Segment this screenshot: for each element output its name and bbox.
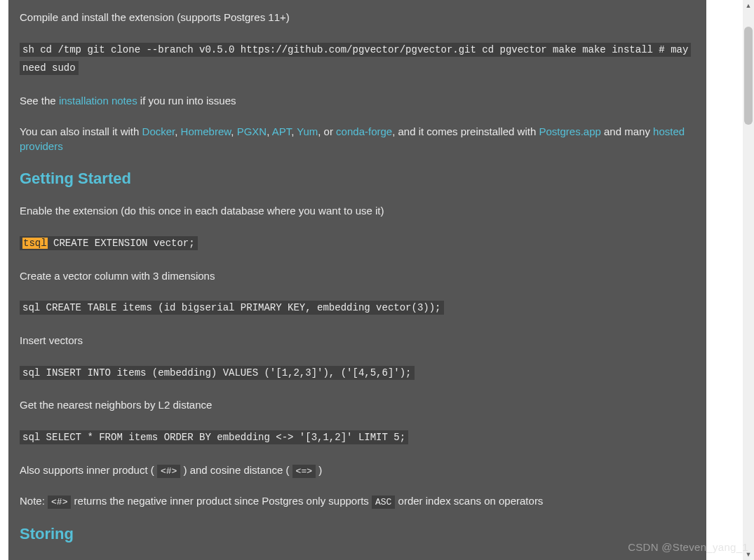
- text: , or: [318, 125, 336, 137]
- scrollbar-up-arrow-icon[interactable]: ▲: [743, 0, 754, 11]
- scrollbar-thumb[interactable]: [744, 27, 753, 125]
- code-select-wrap: sql SELECT * FROM items ORDER BY embeddi…: [20, 428, 695, 447]
- text: ,: [267, 125, 272, 137]
- code-insert-wrap: sql INSERT INTO items (embedding) VALUES…: [20, 364, 695, 383]
- link-yum[interactable]: Yum: [297, 125, 318, 137]
- paragraph-nearest: Get the nearest neighbors by L2 distance: [20, 397, 695, 413]
- link-apt[interactable]: APT: [272, 125, 292, 137]
- paragraph-enable: Enable the extension (do this once in ea…: [20, 203, 695, 219]
- keyword-asc: ASC: [372, 496, 395, 509]
- link-postgres-app[interactable]: Postgres.app: [539, 125, 600, 137]
- text: , and it comes preinstalled with: [392, 125, 539, 137]
- text: order index scans on operators: [395, 495, 543, 507]
- heading-getting-started: Getting Started: [20, 170, 695, 188]
- watermark: CSDN @Steven_yang_1: [628, 541, 748, 553]
- code-install-wrap: sh cd /tmp git clone --branch v0.5.0 htt…: [20, 41, 695, 78]
- link-pgxn[interactable]: PGXN: [237, 125, 267, 137]
- paragraph-see-notes: See the installation notes if you run in…: [20, 93, 695, 109]
- operator-cosine: <=>: [292, 465, 316, 478]
- text: See the: [20, 95, 59, 107]
- text: ) and cosine distance (: [184, 464, 290, 476]
- code-create-table: sql CREATE TABLE items (id bigserial PRI…: [20, 301, 444, 315]
- paragraph-also-supports: Also supports inner product ( <#> ) and …: [20, 463, 695, 479]
- text: if you run into issues: [137, 95, 236, 107]
- paragraph-create-col: Create a vector column with 3 dimensions: [20, 268, 695, 284]
- highlight-tsql: tsql: [22, 238, 48, 249]
- vertical-scrollbar[interactable]: ▲ ▼: [743, 0, 754, 560]
- operator-inner-product: <#>: [157, 465, 180, 478]
- code-create-wrap: sql CREATE TABLE items (id bigserial PRI…: [20, 299, 695, 317]
- text: ,: [231, 125, 236, 137]
- code-enable-wrap: tsql CREATE EXTENSION vector;: [20, 234, 695, 253]
- code-enable: tsql CREATE EXTENSION vector;: [20, 236, 198, 250]
- text: Also supports inner product (: [20, 464, 154, 476]
- text: You can also install it with: [20, 125, 142, 137]
- text: returns the negative inner product since…: [71, 495, 372, 507]
- paragraph-compile: Compile and install the extension (suppo…: [20, 10, 695, 25]
- text: Note:: [20, 495, 48, 507]
- paragraph-note: Note: <#> returns the negative inner pro…: [20, 493, 695, 510]
- code-text: CREATE EXTENSION vector;: [48, 238, 195, 249]
- article-panel: Compile and install the extension (suppo…: [8, 0, 706, 560]
- text: ,: [175, 125, 180, 137]
- link-docker[interactable]: Docker: [142, 125, 175, 137]
- text: and many: [601, 125, 653, 137]
- paragraph-insert: Insert vectors: [20, 333, 695, 348]
- link-homebrew[interactable]: Homebrew: [181, 125, 231, 137]
- paragraph-install-with: You can also install it with Docker, Hom…: [20, 124, 695, 155]
- viewport: Compile and install the extension (suppo…: [0, 0, 754, 560]
- operator-inner-product-2: <#>: [48, 496, 71, 509]
- code-install: sh cd /tmp git clone --branch v0.5.0 htt…: [20, 43, 691, 76]
- link-conda-forge[interactable]: conda-forge: [336, 125, 392, 137]
- text: ): [318, 464, 322, 476]
- link-installation-notes[interactable]: installation notes: [59, 95, 137, 107]
- code-select: sql SELECT * FROM items ORDER BY embeddi…: [20, 430, 408, 444]
- code-insert: sql INSERT INTO items (embedding) VALUES…: [20, 366, 415, 380]
- heading-storing: Storing: [20, 525, 695, 543]
